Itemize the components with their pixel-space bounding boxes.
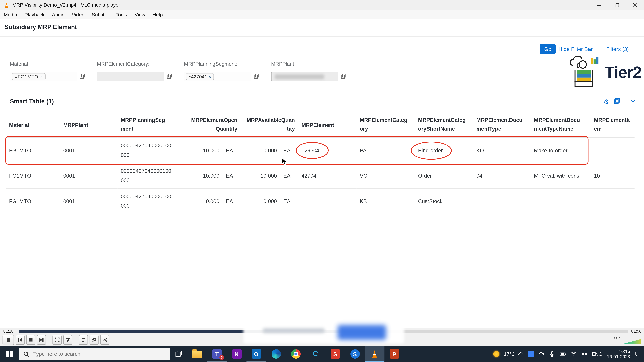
outlook-icon: O: [252, 349, 261, 359]
tray-clock[interactable]: 16:16 16-01-2023: [607, 349, 630, 359]
menu-tools[interactable]: Tools: [112, 10, 131, 19]
speaker-icon[interactable]: [581, 351, 587, 357]
go-button[interactable]: Go: [540, 44, 556, 54]
menu-media[interactable]: Media: [0, 10, 21, 19]
table-row[interactable]: FG1MTO 0001 00000427040000100000 -10.000…: [6, 163, 634, 189]
menu-help[interactable]: Help: [149, 10, 166, 19]
settings-gear-icon[interactable]: ⚙: [604, 98, 609, 105]
s-blue-icon: S: [350, 349, 360, 359]
taskbar-search[interactable]: [19, 348, 170, 360]
smart-table-title: Smart Table (1): [10, 98, 54, 105]
material-token[interactable]: =FG1MTO ×: [12, 73, 46, 80]
minimize-button[interactable]: [590, 0, 608, 10]
filter-field-segment: *42704* ×: [184, 72, 259, 81]
vlc-cone-icon: [3, 2, 10, 8]
col-mrpplant[interactable]: MRPPlant: [60, 112, 118, 138]
category-input[interactable]: [97, 72, 164, 81]
material-input[interactable]: =FG1MTO ×: [10, 72, 77, 81]
search-input[interactable]: [32, 351, 149, 358]
filters-link[interactable]: Filters (3): [606, 46, 629, 52]
smart-table: Material MRPPlant MRPPlanningSegment MRP…: [6, 112, 634, 214]
col-doc-type[interactable]: MRPElementDocumentType: [473, 112, 531, 138]
taskbar-outlook[interactable]: O: [246, 346, 266, 362]
tray-chevron-icon[interactable]: [518, 352, 523, 357]
window-title: MRP Visibility Demo_V2.mp4 - VLC media p…: [12, 2, 120, 8]
pause-button[interactable]: [2, 335, 14, 345]
filter-label-category: MRPElementCategory:: [97, 61, 150, 67]
value-help-icon[interactable]: [254, 73, 259, 80]
taskbar-app-s-blue[interactable]: S: [345, 346, 365, 362]
col-doc-type-name[interactable]: MRPElementDocumentTypeName: [531, 112, 591, 138]
segment-input[interactable]: *42704* ×: [184, 72, 252, 81]
token-remove-icon[interactable]: ×: [208, 74, 211, 79]
menu-subtitle[interactable]: Subtitle: [88, 10, 112, 19]
language-indicator[interactable]: ENG: [592, 351, 602, 357]
plant-input[interactable]: [271, 72, 338, 81]
menu-playback[interactable]: Playback: [21, 10, 48, 19]
windows-taskbar: T 3 N O C S S P 17°C ENG 16:16 16-01-202…: [0, 346, 644, 362]
close-button[interactable]: [626, 0, 644, 10]
col-element[interactable]: MRPElement: [298, 112, 356, 138]
extended-settings-button[interactable]: [63, 335, 72, 345]
weather-temperature[interactable]: 17°C: [504, 351, 515, 357]
col-open-quantity[interactable]: MRPElementOpenQuantity: [176, 112, 241, 138]
tray-time: 16:16: [607, 349, 630, 354]
search-icon: [24, 351, 29, 357]
menu-audio[interactable]: Audio: [48, 10, 68, 19]
value-help-icon[interactable]: [167, 73, 172, 80]
taskbar-powerpoint[interactable]: P: [384, 346, 404, 362]
cloud-icon[interactable]: [538, 351, 544, 357]
taskbar-vlc[interactable]: [365, 346, 384, 362]
col-category-short[interactable]: MRPElementCategoryShortName: [415, 112, 473, 138]
tier2-logo-text: Tier2: [604, 63, 642, 81]
taskbar-code-app[interactable]: C: [306, 346, 325, 362]
random-button[interactable]: [100, 335, 109, 345]
stop-button[interactable]: [26, 335, 36, 345]
windows-logo-icon: [6, 351, 12, 357]
restore-button[interactable]: [608, 0, 626, 10]
taskbar-onenote[interactable]: N: [227, 346, 246, 362]
taskbar-edge[interactable]: [266, 346, 286, 362]
taskbar-app-s-red[interactable]: S: [325, 346, 345, 362]
loop-button[interactable]: [90, 335, 98, 345]
table-header-row: Material MRPPlant MRPPlanningSegment MRP…: [6, 112, 634, 138]
chrome-icon: [291, 349, 300, 359]
hide-filter-bar-link[interactable]: Hide Filter Bar: [559, 46, 593, 52]
wifi-icon[interactable]: [570, 351, 576, 357]
vlc-menubar: Media Playback Audio Video Subtitle Tool…: [0, 10, 644, 20]
volume-slider[interactable]: [623, 339, 641, 344]
table-row[interactable]: FG1MTO 0001 00000427040000100000 0.000 E…: [6, 189, 634, 214]
menu-video[interactable]: Video: [68, 10, 88, 19]
start-button[interactable]: [0, 346, 19, 362]
next-button[interactable]: [37, 335, 46, 345]
tray-blue-app-icon[interactable]: [528, 351, 534, 357]
battery-icon[interactable]: [560, 351, 566, 357]
col-material[interactable]: Material: [6, 112, 60, 138]
col-segment[interactable]: MRPPlanningSegment: [118, 112, 176, 138]
col-available-quantity[interactable]: MRPAvailableQuantity: [241, 112, 298, 138]
value-help-icon[interactable]: [341, 73, 346, 80]
s-red-icon: S: [330, 349, 340, 359]
task-view-button[interactable]: [170, 346, 187, 362]
chevron-down-icon[interactable]: [630, 98, 636, 105]
volume-control[interactable]: 100%: [611, 336, 641, 344]
filter-field-plant: [271, 72, 346, 81]
segment-token[interactable]: *42704* ×: [186, 73, 214, 80]
menu-view[interactable]: View: [131, 10, 149, 19]
weather-sun-icon[interactable]: [493, 351, 500, 357]
table-row[interactable]: FG1MTO 0001 00000427040000100000 10.000 …: [6, 138, 634, 163]
playlist-button[interactable]: [79, 335, 88, 345]
fullscreen-button[interactable]: [52, 335, 62, 345]
action-center-icon[interactable]: [634, 351, 641, 357]
toolbar-divider: [625, 99, 625, 105]
taskbar-file-explorer[interactable]: [187, 346, 207, 362]
taskbar-teams[interactable]: T 3: [207, 346, 227, 362]
value-help-icon[interactable]: [80, 73, 85, 80]
microphone-icon[interactable]: [549, 351, 555, 357]
col-category[interactable]: MRPElementCategory: [356, 112, 415, 138]
token-remove-icon[interactable]: ×: [40, 74, 43, 79]
taskbar-chrome[interactable]: [286, 346, 306, 362]
export-icon[interactable]: [614, 98, 620, 105]
previous-button[interactable]: [16, 335, 25, 345]
col-element-item[interactable]: MRPElementItem: [591, 112, 634, 138]
